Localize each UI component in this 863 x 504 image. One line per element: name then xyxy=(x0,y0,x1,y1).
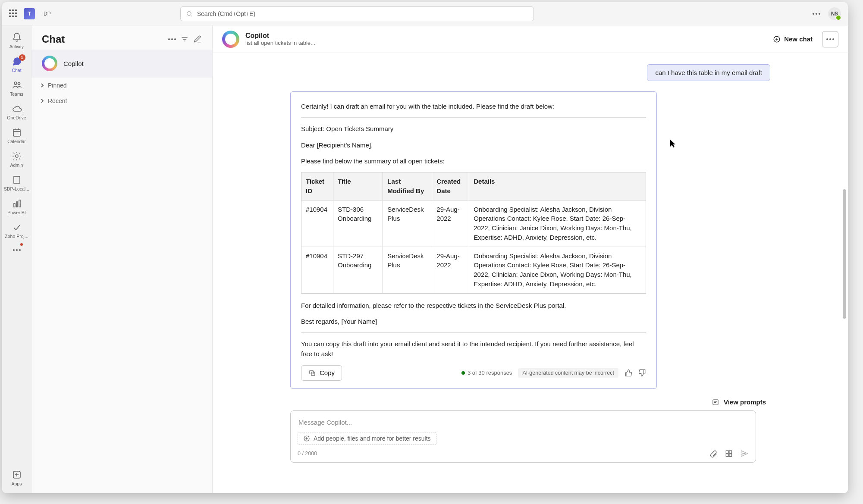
col-modified-by: Last Modified By xyxy=(383,172,432,200)
rail-apps[interactable]: Apps xyxy=(4,467,30,489)
teams-icon xyxy=(12,80,22,90)
rail-more[interactable] xyxy=(4,243,30,254)
titlebar: T DP Search (Cmd+Opt+E) NS xyxy=(2,2,848,25)
app-body: Activity 1 Chat Teams OneDrive Calendar xyxy=(2,25,848,493)
ellipsis-icon xyxy=(826,38,834,40)
rail-label: SDP-Local... xyxy=(4,186,29,191)
copy-label: Copy xyxy=(320,369,335,376)
global-search[interactable]: Search (Cmd+Opt+E) xyxy=(180,6,534,21)
plus-circle-icon xyxy=(773,35,781,43)
cell-modby: ServiceDesk Plus xyxy=(383,247,432,293)
composer-input[interactable] xyxy=(298,417,749,428)
divider xyxy=(301,117,646,118)
cell-created: 29-Aug-2022 xyxy=(432,247,469,293)
chatlist-pinned[interactable]: Pinned xyxy=(31,78,212,93)
ai-card-footer: Copy 3 of 30 responses AI-generated cont… xyxy=(301,365,646,381)
org-badge[interactable]: DP xyxy=(41,10,53,18)
filter-icon[interactable] xyxy=(180,35,189,44)
app-rail: Activity 1 Chat Teams OneDrive Calendar xyxy=(2,25,31,493)
new-chat-button[interactable]: New chat xyxy=(769,33,816,46)
building-icon xyxy=(12,175,22,185)
rail-zoho[interactable]: Zoho Proj... xyxy=(4,219,30,241)
prompts-icon xyxy=(712,398,719,406)
send-icon[interactable] xyxy=(740,449,749,458)
svg-rect-26 xyxy=(713,400,718,405)
user-avatar[interactable]: NS xyxy=(828,7,841,20)
svg-rect-9 xyxy=(14,176,20,183)
attach-icon[interactable] xyxy=(709,449,718,458)
conversation-subtitle: list all open tickets in table... xyxy=(245,40,315,46)
apps-grid-icon[interactable] xyxy=(725,449,733,458)
cell-details: Onboarding Specialist: Alesha Jackson, D… xyxy=(469,200,646,247)
conversation-header-right: New chat xyxy=(769,31,838,47)
response-counter: 3 of 30 responses xyxy=(461,369,512,376)
response-counter-text: 3 of 30 responses xyxy=(468,369,512,376)
copy-icon xyxy=(308,369,316,377)
new-chat-label: New chat xyxy=(784,35,813,43)
copilot-avatar-icon xyxy=(222,31,239,48)
rail-activity[interactable]: Activity xyxy=(4,30,30,52)
view-prompts-button[interactable]: View prompts xyxy=(712,398,766,406)
chat-list-title: Chat xyxy=(42,33,164,45)
cell-title: STD-306 Onboarding xyxy=(333,200,383,247)
search-placeholder: Search (Cmd+Opt+E) xyxy=(197,10,255,17)
email-body-outro: For detailed information, please refer t… xyxy=(301,301,646,310)
vertical-scrollbar[interactable] xyxy=(842,25,847,493)
bell-icon xyxy=(12,32,22,43)
caret-right-icon xyxy=(40,83,44,88)
thumbs-down-icon[interactable] xyxy=(638,369,646,377)
view-prompts-label: View prompts xyxy=(724,398,766,406)
col-created-date: Created Date xyxy=(432,172,469,200)
svg-rect-32 xyxy=(726,451,728,453)
messages-scroll[interactable]: can I have this table in my email draft … xyxy=(213,53,848,493)
view-prompts-row: View prompts xyxy=(290,398,770,406)
chat-list-header: Chat xyxy=(31,25,212,50)
user-message-bubble: can I have this table in my email draft xyxy=(647,64,770,81)
rail-onedrive[interactable]: OneDrive xyxy=(4,101,30,123)
cell-id: #10904 xyxy=(301,200,333,247)
email-subject: Subject: Open Tickets Summary xyxy=(301,124,646,134)
rail-label: Chat xyxy=(12,68,21,73)
gear-icon xyxy=(12,151,22,161)
chat-list-panel: Chat Copilot Pinned Recent xyxy=(31,25,213,493)
cell-title: STD-297 Onboarding xyxy=(333,247,383,293)
ai-response-card: Certainly! I can draft an email for you … xyxy=(290,91,657,389)
rail-teams[interactable]: Teams xyxy=(4,77,30,99)
email-body-intro: Please find below the summary of all ope… xyxy=(301,156,646,166)
svg-rect-13 xyxy=(16,202,18,207)
plus-box-icon xyxy=(12,470,22,480)
add-context-button[interactable]: Add people, files and more for better re… xyxy=(298,432,436,445)
scroll-thumb[interactable] xyxy=(843,189,846,319)
svg-point-0 xyxy=(187,11,191,15)
settings-more-icon[interactable] xyxy=(813,13,820,15)
teams-app-window: T DP Search (Cmd+Opt+E) NS Activity 1 Ch… xyxy=(2,2,848,493)
rail-chat[interactable]: 1 Chat xyxy=(4,53,30,75)
chat-entry-copilot[interactable]: Copilot xyxy=(31,50,212,78)
chatlist-recent[interactable]: Recent xyxy=(31,93,212,109)
cell-created: 29-Aug-2022 xyxy=(432,200,469,247)
rail-powerbi[interactable]: Power BI xyxy=(4,196,30,218)
rail-admin[interactable]: Admin xyxy=(4,148,30,170)
rail-calendar[interactable]: Calendar xyxy=(4,125,30,147)
thumbs-up-icon[interactable] xyxy=(624,369,632,377)
cell-details: Onboarding Specialist: Alesha Jackson, D… xyxy=(469,247,646,293)
app-launcher-icon[interactable] xyxy=(9,9,18,18)
chat-badge: 1 xyxy=(19,54,25,61)
svg-point-3 xyxy=(18,83,20,85)
chatlist-more-icon[interactable] xyxy=(168,38,176,40)
conversation-more-button[interactable] xyxy=(822,31,838,47)
search-icon xyxy=(186,10,193,17)
svg-rect-12 xyxy=(14,203,15,207)
rail-sdp[interactable]: SDP-Local... xyxy=(4,172,30,194)
table-header-row: Ticket ID Title Last Modified By Created… xyxy=(301,172,646,200)
rail-label: Admin xyxy=(10,163,23,168)
copy-button[interactable]: Copy xyxy=(301,365,342,381)
svg-line-1 xyxy=(191,15,192,16)
svg-rect-33 xyxy=(729,451,732,453)
conversation-panel: Copilot list all open tickets in table..… xyxy=(213,25,848,493)
add-context-label: Add people, files and more for better re… xyxy=(314,435,431,442)
compose-icon[interactable] xyxy=(193,35,202,44)
cell-id: #10904 xyxy=(301,247,333,293)
notification-dot-icon xyxy=(20,243,23,246)
svg-rect-14 xyxy=(19,200,20,207)
